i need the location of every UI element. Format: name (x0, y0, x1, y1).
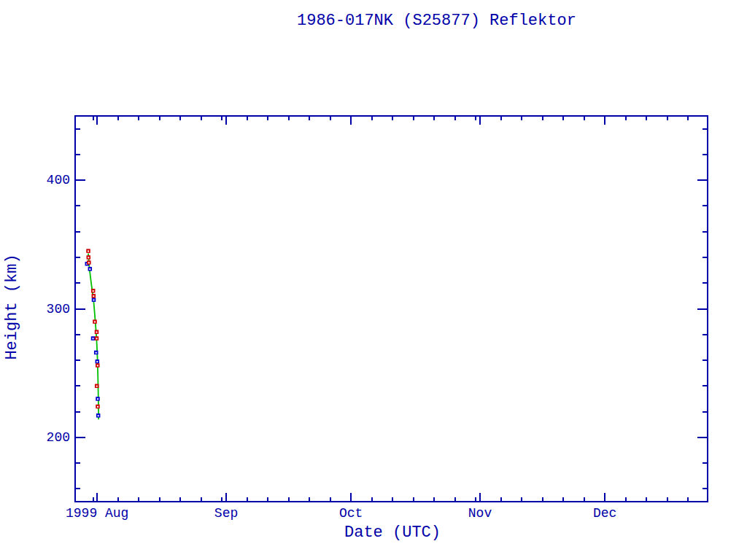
data-point-marker (86, 249, 90, 253)
data-point-marker (91, 336, 96, 341)
x-axis-title: Date (UTC) (344, 524, 441, 542)
x-tick-label: 1999 Aug (66, 506, 128, 521)
data-point-marker (96, 413, 101, 418)
data-point-marker (91, 289, 96, 293)
data-point-marker (96, 363, 100, 368)
data-point-marker (96, 405, 100, 409)
y-tick-label: 200 (0, 429, 70, 446)
data-point-marker (94, 351, 98, 355)
x-tick-label: Oct (339, 506, 363, 521)
x-tick-label: Dec (593, 506, 616, 521)
chart-title: 1986-017NK (S25877) Reflektor (297, 12, 576, 30)
data-point-marker (93, 319, 97, 324)
data-point-marker (96, 397, 100, 401)
axis-ticks (75, 116, 708, 502)
data-point-marker (87, 255, 91, 260)
y-tick-label: 300 (0, 301, 70, 317)
plot-area (0, 0, 747, 560)
data-point-marker (92, 294, 96, 298)
data-point-marker (95, 384, 99, 389)
data-point-marker (95, 330, 99, 334)
satellite-decay-chart: 1986-017NK (S25877) Reflektor Date (UTC)… (0, 0, 747, 560)
x-tick-label: Nov (468, 506, 492, 521)
data-point-marker (96, 359, 100, 364)
height-points-red (86, 249, 99, 408)
data-point-marker (95, 336, 99, 341)
data-point-marker (88, 267, 93, 271)
y-tick-label: 400 (0, 172, 70, 188)
data-point-marker (92, 298, 96, 302)
plot-frame (75, 116, 708, 502)
data-point-marker (87, 260, 91, 265)
x-tick-label: Sep (214, 506, 238, 521)
